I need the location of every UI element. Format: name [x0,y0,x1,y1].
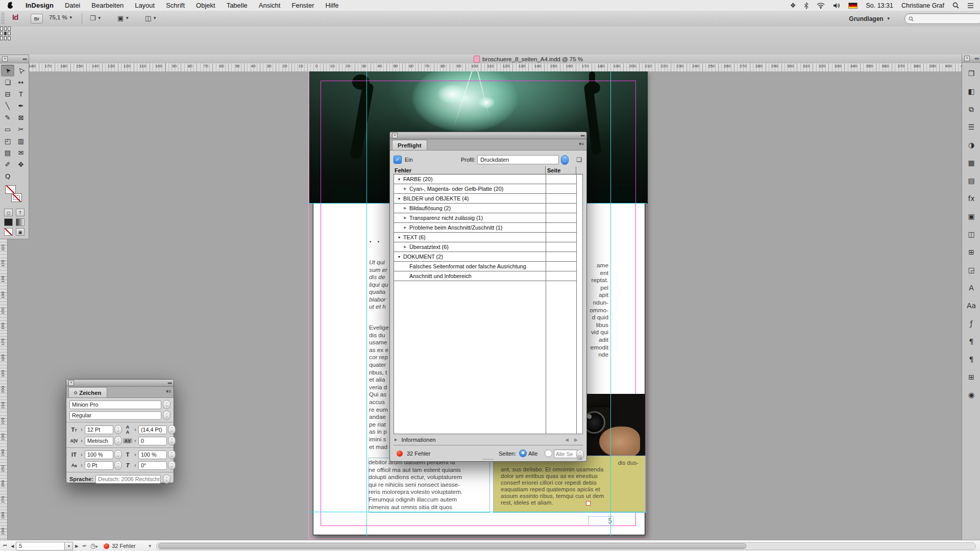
caret-down-icon[interactable]: ▼ [148,544,152,548]
horizontal-scale-stepper[interactable] [133,451,137,459]
menu-bearbeiten[interactable]: Bearbeiten [86,2,129,9]
preflight-error-row[interactable]: ▶Transparenz nicht zulässig (1) [394,213,577,223]
vertical-scale-stepper[interactable] [80,451,84,459]
panel-resize-grip[interactable] [577,455,582,460]
zoom-level-dropdown[interactable]: 75,1 % ▼ [49,14,73,20]
formatting-affects-text-button[interactable]: T [16,209,24,216]
preflight-menu-icon[interactable]: ◷▾ [90,542,98,549]
pages-all-radio[interactable] [519,449,527,457]
note-tool[interactable]: ✉ [14,147,28,159]
links-panel-icon[interactable]: ⧉ [965,103,978,116]
font-size-field[interactable]: 12 Pt [85,425,113,434]
ruler-guide[interactable] [308,512,647,512]
next-page-button[interactable]: ▶ [73,544,80,548]
font-style-stepper[interactable] [163,411,170,420]
triangle-right-icon[interactable]: ▶ [403,226,408,230]
last-page-button[interactable]: ⏭ [81,543,88,548]
glyphs-panel-icon[interactable]: ƒ [965,317,978,330]
stroke-proxy-none[interactable] [11,193,22,202]
preflight-error-row[interactable]: Anschnitt und Infobereich [394,271,577,281]
character-styles-panel-icon[interactable]: Aa [965,299,978,312]
menu-objekt[interactable]: Objekt [190,2,221,9]
selection-tool[interactable]: ➤ [1,65,14,77]
gap-tool[interactable]: ↔ [14,77,28,88]
baseline-shift-stepper[interactable] [80,462,84,469]
triangle-right-icon[interactable]: ▶ [403,216,408,220]
gradient-swatch-tool[interactable]: ▥ [14,135,28,147]
collapse-icon[interactable]: ◂◂ [580,133,584,138]
pen-tool[interactable]: ✒ [14,100,28,112]
scissors-tool[interactable]: ✂ [14,123,28,135]
tracking-dropdown[interactable] [168,436,176,445]
kerning-dropdown[interactable] [114,436,122,445]
notification-center-icon[interactable] [967,3,974,9]
tracking-field[interactable]: 0 [138,437,167,445]
swatches-panel-icon[interactable]: ▦ [965,156,978,169]
table-panel-icon[interactable]: ⊞ [965,370,978,384]
previous-page-button[interactable]: ◀ [9,544,16,548]
pages-range-field[interactable]: Alle Se [554,449,577,458]
triangle-right-icon[interactable]: ▶ [403,245,408,249]
pages-panel-icon[interactable]: ❐ [965,67,978,80]
dropbox-icon[interactable]: ❖ [790,2,796,9]
stroke-panel-icon[interactable]: ☰ [965,120,978,134]
close-icon[interactable]: × [964,56,970,61]
preflight-error-row[interactable]: ▶Übersatztext (6) [394,242,577,252]
menu-hilfe[interactable]: Hilfe [320,2,345,9]
vertical-scale-field[interactable]: 100 % [85,450,113,459]
triangle-right-icon[interactable]: ▶ [403,187,408,191]
preflight-info-row[interactable]: ▶ Informationen ◀ ▶ [394,434,583,445]
fill-stroke-proxy[interactable] [4,184,24,207]
expand-icon[interactable]: ◂◂ [974,56,978,61]
column-guide[interactable] [610,71,611,536]
skew-stepper[interactable] [133,462,137,469]
horizontal-scrollbar[interactable] [156,542,976,550]
triangle-right-icon[interactable]: ▶ [395,438,397,442]
color-panel-icon[interactable]: ◑ [965,138,978,152]
menu-layout[interactable]: Layout [129,2,160,9]
language-stepper[interactable] [163,474,170,484]
paragraph-styles-panel-icon[interactable]: ¶ [965,353,978,366]
frame-selection-handle[interactable] [586,501,591,506]
next-page-icon[interactable]: ▶ [574,437,578,442]
effects-panel-icon[interactable]: fx [965,192,978,205]
baseline-shift-dropdown[interactable] [114,461,122,470]
bluetooth-icon[interactable] [804,2,808,9]
preflight-error-row[interactable]: ▼TEXT (6) [394,233,577,242]
paragraph-panel-icon[interactable]: ¶ [965,335,978,348]
spotlight-search-icon[interactable] [952,2,959,9]
type-tool[interactable]: T [14,88,28,100]
triangle-down-icon[interactable]: ▼ [397,197,402,201]
layers-panel-icon[interactable]: ◧ [965,85,978,98]
text-wrap-panel-icon[interactable]: ◲ [965,263,978,277]
column-guide[interactable] [366,71,367,536]
font-size-dropdown[interactable] [114,425,122,434]
triangle-down-icon[interactable]: ▼ [397,255,402,259]
panel-menu-icon[interactable]: ▾≡ [166,389,171,394]
rectangle-tool[interactable]: ▭ [1,123,14,135]
pages-range-radio[interactable] [545,449,552,457]
workspace-switcher[interactable]: Grundlagen ▼ [841,13,898,24]
profile-dropdown[interactable]: Druckdaten [477,155,559,164]
hand-tool[interactable]: ✥ [14,159,28,170]
fill-proxy-none[interactable] [5,185,16,194]
preflight-on-checkbox[interactable]: ✓ [394,156,402,164]
pencil-tool[interactable]: ✎ [1,112,14,123]
volume-icon[interactable] [833,3,840,9]
screen-mode-button[interactable]: ▣▼ [117,14,129,22]
preflight-error-row[interactable]: ▶Probleme beim Anschnitt/Zuschnitt (1) [394,223,577,233]
save-profile-icon[interactable]: ❏ [576,156,582,163]
triangle-down-icon[interactable]: ▼ [397,178,402,181]
horizontal-scale-field[interactable]: 100 % [138,450,167,459]
horizontal-scale-dropdown[interactable] [168,450,176,459]
gradient-panel-icon[interactable]: ▤ [965,174,978,187]
object-styles-panel-icon[interactable]: ▣ [965,210,978,223]
apply-color-button[interactable] [4,218,13,226]
kerning-field[interactable]: Metrisch [85,437,113,445]
panel-drag-dots[interactable]: ▪▪▪▪▪▪▪ [483,458,494,461]
preflight-error-list[interactable]: ▼FARBE (20)▶Cyan-, Magenta- oder Gelb-Pl… [394,174,583,434]
horizontal-ruler[interactable]: 1801701601501401301201101009080706050403… [7,63,980,72]
arrange-documents-button[interactable]: ◫▼ [145,14,157,22]
zoom-tool[interactable]: Q [1,170,14,182]
rectangle-frame-tool[interactable]: ⊠ [14,112,28,123]
